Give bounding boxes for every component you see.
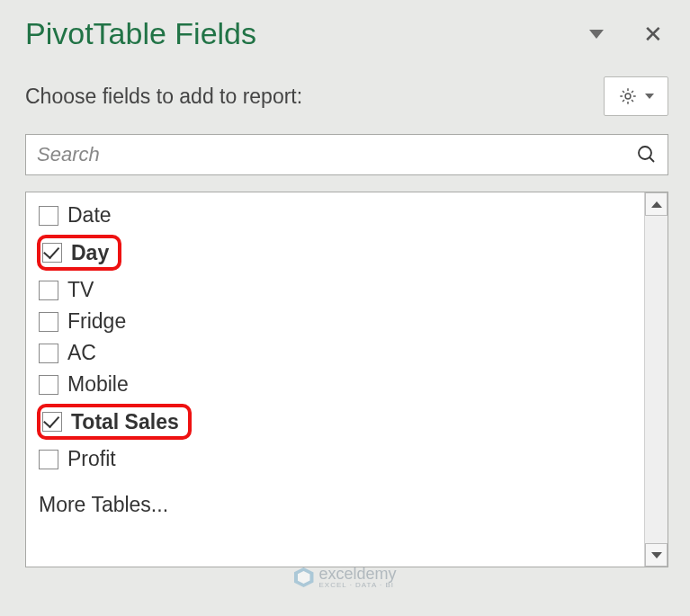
field-label: Fridge [67, 309, 126, 334]
highlight-box: Day [37, 235, 121, 271]
watermark-icon [293, 567, 313, 587]
field-item[interactable]: Mobile [37, 369, 637, 400]
svg-point-1 [639, 147, 651, 159]
collapse-panel-icon[interactable] [589, 30, 604, 39]
field-item[interactable]: Profit [37, 443, 637, 475]
field-list-settings-button[interactable] [604, 76, 668, 116]
field-label: Date [67, 203, 112, 228]
field-inner: AC [39, 341, 96, 365]
field-inner: Date [39, 203, 112, 228]
field-label: AC [67, 341, 96, 365]
field-item[interactable]: Total Sales [37, 400, 637, 443]
scroll-track[interactable] [645, 216, 668, 543]
pivottable-fields-panel: PivotTable Fields ✕ Choose fields to add… [0, 0, 690, 616]
search-input[interactable] [25, 134, 668, 175]
field-label: Mobile [67, 372, 129, 397]
more-tables-link[interactable]: More Tables... [37, 487, 637, 517]
panel-subtitle: Choose fields to add to report: [25, 85, 302, 109]
field-inner: TV [39, 278, 94, 302]
close-icon[interactable]: ✕ [643, 22, 663, 46]
gear-icon [618, 86, 638, 106]
scroll-up-button[interactable] [645, 192, 668, 216]
checkbox[interactable] [39, 281, 58, 300]
svg-point-0 [625, 94, 631, 99]
watermark: exceldemy EXCEL · DATA · BI [293, 566, 396, 589]
field-item[interactable]: Day [37, 231, 637, 274]
checkbox[interactable] [42, 412, 62, 432]
panel-header: PivotTable Fields ✕ [25, 16, 668, 51]
field-inner: Mobile [39, 372, 129, 397]
field-label: TV [67, 278, 94, 302]
field-list: DateDayTVFridgeACMobileTotal SalesProfit… [25, 192, 668, 567]
field-label: Profit [67, 447, 116, 471]
field-inner: Profit [39, 447, 116, 471]
field-label: Day [71, 241, 109, 265]
checkbox[interactable] [39, 312, 58, 332]
field-item[interactable]: Fridge [37, 306, 637, 337]
search-icon [636, 144, 658, 165]
field-inner: Fridge [39, 309, 126, 334]
watermark-brand: exceldemy [318, 566, 396, 582]
checkbox[interactable] [42, 243, 62, 263]
checkbox[interactable] [39, 206, 58, 226]
field-label: Total Sales [71, 410, 179, 434]
field-item[interactable]: Date [37, 200, 637, 231]
field-item[interactable]: AC [37, 337, 637, 369]
scrollbar [644, 192, 668, 567]
checkbox[interactable] [39, 375, 58, 395]
watermark-tagline: EXCEL · DATA · BI [318, 582, 396, 589]
header-controls: ✕ [589, 22, 663, 46]
checkbox[interactable] [39, 344, 58, 363]
subtitle-row: Choose fields to add to report: [25, 76, 668, 116]
chevron-down-icon [645, 94, 654, 99]
svg-line-2 [650, 157, 654, 162]
panel-title: PivotTable Fields [25, 16, 256, 51]
scroll-down-button[interactable] [645, 543, 668, 567]
search-container [25, 134, 668, 175]
checkbox[interactable] [39, 450, 58, 469]
field-item[interactable]: TV [37, 274, 637, 306]
highlight-box: Total Sales [37, 404, 192, 440]
